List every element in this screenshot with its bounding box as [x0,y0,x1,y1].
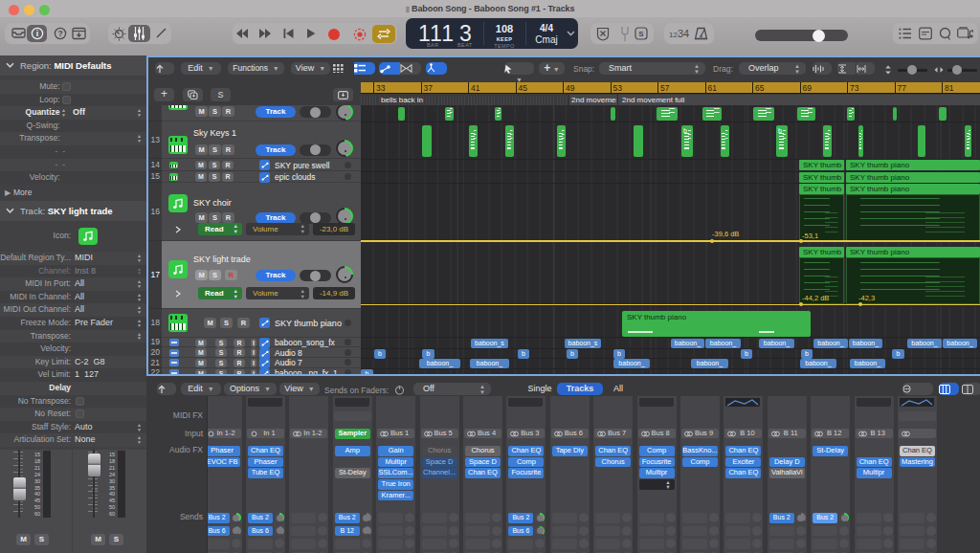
svg-text:?: ? [57,29,62,38]
svg-text:i: i [36,29,39,38]
